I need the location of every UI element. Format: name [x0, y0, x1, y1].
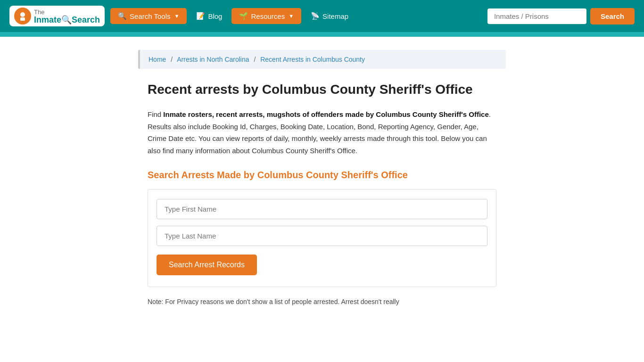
- search-tools-label: Search Tools: [130, 12, 170, 20]
- main-content: Home / Arrests in North Carolina / Recen…: [0, 50, 644, 326]
- header-search-button[interactable]: Search: [590, 8, 635, 25]
- logo[interactable]: The Inmate🔍Search: [9, 6, 105, 26]
- description-prefix: Find: [148, 110, 163, 118]
- header-search-label: Search: [601, 12, 624, 20]
- description-bold: Inmate rosters, recent arrests, mugshots…: [163, 110, 488, 118]
- breadcrumb: Home / Arrests in North Carolina / Recen…: [149, 56, 497, 63]
- page-body: Recent arrests by Columbus County Sherif…: [138, 82, 506, 326]
- resources-icon: [239, 12, 248, 20]
- main-header: The Inmate🔍Search Search Tools ▼ Blog Re…: [0, 0, 644, 32]
- sitemap-button[interactable]: Sitemap: [304, 8, 355, 24]
- breadcrumb-north-carolina[interactable]: Arrests in North Carolina: [177, 56, 249, 63]
- logo-text-block: The Inmate🔍Search: [34, 8, 100, 24]
- main-nav: Search Tools ▼ Blog Resources ▼ Sitemap: [110, 8, 355, 24]
- blog-label: Blog: [208, 12, 222, 20]
- search-form: Search Arrest Records: [148, 189, 496, 287]
- breadcrumb-current[interactable]: Recent Arrests in Columbus County: [260, 56, 365, 63]
- header-search-input[interactable]: [487, 8, 586, 24]
- first-name-input[interactable]: [157, 199, 487, 219]
- breadcrumb-sep-2: /: [254, 56, 256, 63]
- resources-arrow: ▼: [289, 13, 294, 19]
- search-tools-arrow: ▼: [174, 13, 180, 19]
- last-name-input[interactable]: [157, 226, 487, 246]
- search-tools-button[interactable]: Search Tools ▼: [110, 8, 187, 24]
- breadcrumb-home[interactable]: Home: [149, 56, 166, 63]
- header-left: The Inmate🔍Search Search Tools ▼ Blog Re…: [9, 6, 355, 26]
- search-tools-icon: [118, 12, 127, 20]
- sitemap-label: Sitemap: [322, 12, 348, 20]
- search-section-title: Search Arrests Made by Columbus County S…: [148, 170, 496, 181]
- page-description: Find Inmate rosters, recent arrests, mug…: [148, 108, 496, 156]
- sub-header-band: [0, 32, 644, 37]
- logo-icon: [14, 8, 31, 25]
- search-arrest-records-button[interactable]: Search Arrest Records: [157, 255, 257, 275]
- note-text: Note: For Privacy reasons we don't show …: [148, 296, 496, 307]
- blog-icon: [196, 12, 205, 20]
- logo-the: The: [34, 8, 100, 16]
- page-title: Recent arrests by Columbus County Sherif…: [148, 82, 496, 97]
- sitemap-icon: [311, 12, 320, 20]
- blog-button[interactable]: Blog: [190, 8, 229, 24]
- search-records-label: Search Arrest Records: [169, 261, 245, 269]
- header-search: Search: [487, 8, 635, 25]
- svg-rect-1: [20, 17, 25, 21]
- resources-button[interactable]: Resources ▼: [231, 8, 301, 24]
- resources-label: Resources: [251, 12, 285, 20]
- breadcrumb-container: Home / Arrests in North Carolina / Recen…: [138, 50, 506, 69]
- svg-point-0: [20, 12, 25, 17]
- logo-inmate-search: Inmate🔍Search: [34, 16, 100, 24]
- breadcrumb-sep-1: /: [171, 56, 173, 63]
